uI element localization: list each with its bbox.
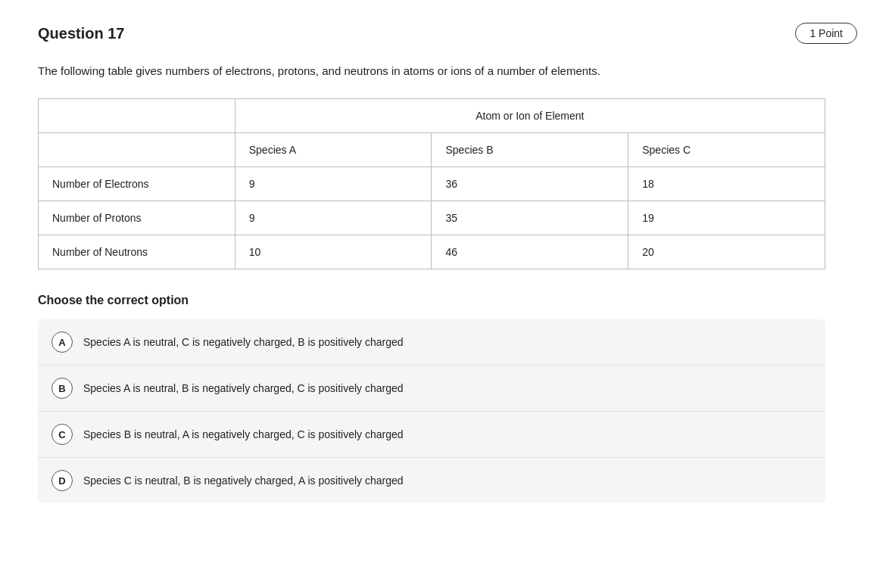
- table-cell: 36: [432, 167, 628, 201]
- table-cell: 35: [432, 201, 628, 235]
- question-title: Question 17: [38, 25, 124, 42]
- question-header: Question 17 1 Point: [38, 23, 857, 44]
- table-species-a-header: Species A: [235, 133, 432, 167]
- option-item-c[interactable]: CSpecies B is neutral, A is negatively c…: [38, 412, 825, 458]
- table-empty-cell: [39, 99, 235, 133]
- table-species-c-header: Species C: [628, 133, 825, 167]
- table-header-row-2: Species A Species B Species C: [39, 133, 825, 167]
- option-letter-b: B: [51, 378, 73, 399]
- option-text-a: Species A is neutral, C is negatively ch…: [83, 336, 404, 348]
- table-cell: 10: [235, 235, 432, 269]
- table-row: Number of Protons93519: [39, 201, 825, 235]
- table-cell: 46: [432, 235, 628, 269]
- table-header-row-1: Atom or Ion of Element: [39, 99, 825, 133]
- option-text-b: Species A is neutral, B is negatively ch…: [83, 382, 404, 394]
- option-text-d: Species C is neutral, B is negatively ch…: [83, 474, 404, 487]
- option-letter-c: C: [51, 424, 73, 445]
- table-cell: 9: [235, 167, 432, 201]
- data-table: Atom or Ion of Element Species A Species…: [38, 98, 825, 269]
- option-item-d[interactable]: DSpecies C is neutral, B is negatively c…: [38, 458, 825, 503]
- option-item-b[interactable]: BSpecies A is neutral, B is negatively c…: [38, 366, 825, 412]
- choose-label: Choose the correct option: [38, 294, 857, 307]
- option-item-a[interactable]: ASpecies A is neutral, C is negatively c…: [38, 319, 825, 366]
- table-row-label: Number of Protons: [39, 201, 235, 235]
- question-text: The following table gives numbers of ele…: [38, 62, 795, 80]
- table-row: Number of Neutrons104620: [39, 235, 825, 269]
- table-row-label: Number of Electrons: [39, 167, 235, 201]
- table-span-header: Atom or Ion of Element: [235, 99, 825, 133]
- option-text-c: Species B is neutral, A is negatively ch…: [83, 428, 404, 440]
- options-list: ASpecies A is neutral, C is negatively c…: [38, 319, 825, 503]
- table-body: Number of Electrons93618Number of Proton…: [39, 167, 825, 269]
- table-species-b-header: Species B: [432, 133, 628, 167]
- option-letter-d: D: [51, 470, 73, 491]
- table-row: Number of Electrons93618: [39, 167, 825, 201]
- point-badge: 1 Point: [795, 23, 857, 44]
- table-cell: 19: [628, 201, 825, 235]
- option-letter-a: A: [51, 331, 73, 353]
- table-cell: 20: [628, 235, 825, 269]
- table-cell: 18: [628, 167, 825, 201]
- table-empty-cell-2: [39, 133, 235, 167]
- table-row-label: Number of Neutrons: [39, 235, 235, 269]
- data-table-wrapper: Atom or Ion of Element Species A Species…: [38, 98, 857, 269]
- table-cell: 9: [235, 201, 432, 235]
